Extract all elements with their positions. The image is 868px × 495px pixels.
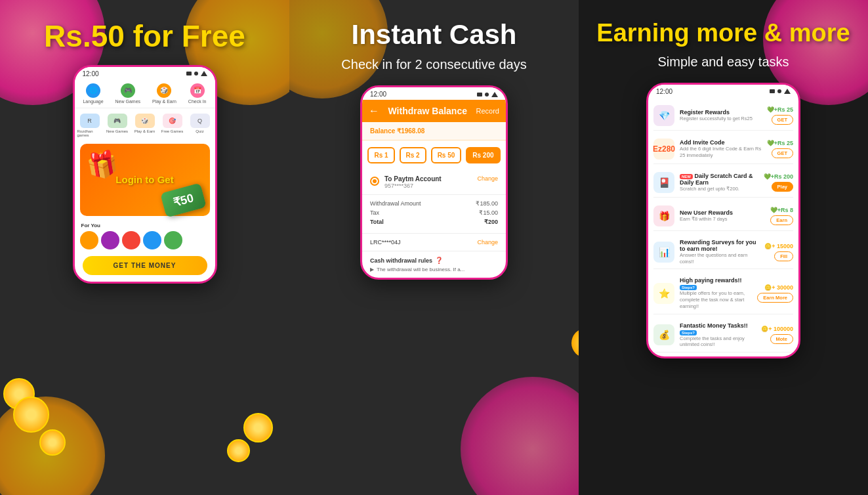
cat-freegames-icon: 🎯 (163, 114, 182, 128)
avatar-5 (164, 231, 182, 249)
user-avatars-row (75, 231, 215, 253)
reward-title: Register Rewards (680, 109, 762, 116)
list-item: ⭐ High paying rewards!! Steps? Multiple … (653, 273, 793, 314)
panel-2: Instant Cash Check in for 2 consecutive … (289, 0, 579, 495)
phone-1-topbar: 🌐 Language 🎮 New Games 🎲 Play & Earn 📅 C… (75, 79, 215, 108)
topbar-icon-playearn[interactable]: 🎲 Play & Earn (152, 83, 176, 104)
signal-icon-2 (477, 93, 482, 97)
new-badge: NEW (680, 174, 693, 179)
panel-1: Rs.50 for Free 12:00 🌐 Language 🎮 (0, 0, 289, 495)
reward-info-fantastic: Fantastic Money Tasks!! Steps? Complete … (680, 322, 756, 349)
avatar-1 (80, 231, 98, 249)
paytm-radio[interactable] (370, 177, 379, 186)
reward-info-invite: Add Invite Code Add the 6 digit Invite C… (680, 139, 762, 159)
reward-desc: Complete the tasks and enjoy unlimited c… (680, 335, 756, 349)
reward-amount: 🪙+ 30000 (764, 284, 793, 291)
reward-desc: Scratch and get upto ₹200. (680, 186, 758, 192)
help-icon: ❓ (435, 257, 443, 264)
reward-btn-earnmore[interactable]: Earn More (757, 293, 793, 303)
cat-playearn-icon: 🎲 (135, 114, 155, 128)
status-icons (186, 71, 207, 76)
coin-decoration-5 (227, 439, 250, 462)
reward-icon-scratch: 🎴 (653, 172, 674, 193)
panel-3-subtitle: Simple and easy tasks (596, 53, 850, 71)
cash-rules-title: Cash withdrawal rules ❓ (370, 257, 498, 264)
list-item: 💎 Register Rewards Register successfully… (653, 101, 793, 131)
battery-icon-3 (784, 89, 791, 94)
cat-quiz[interactable]: Q Quiz (188, 114, 213, 137)
back-button[interactable]: ← (369, 105, 379, 117)
topbar-icon-newgames[interactable]: 🎮 New Games (115, 83, 141, 104)
reward-right-scratch: 💚+Rs 200 Play (764, 173, 793, 192)
paytm-info: To Paytm Account 957****367 (384, 175, 472, 189)
paytm-title: To Paytm Account (384, 175, 472, 183)
reward-btn-get-1[interactable]: GET (772, 115, 793, 125)
phone-3-status-bar: 12:00 (648, 85, 798, 97)
cat-newgames[interactable]: 🎮 New Games (105, 114, 130, 137)
reward-btn-get-2[interactable]: GET (772, 148, 793, 158)
reward-amount: 🪙+ 15000 (764, 243, 793, 249)
reward-right-surveys: 🪙+ 15000 Fill (764, 243, 793, 261)
battery-icon (201, 71, 207, 76)
status-time-2: 12:00 (370, 91, 386, 98)
checkin-icon: 📅 (190, 83, 205, 98)
reward-right-invite: 💚+Rs 25 GET (767, 140, 793, 158)
reward-btn-fill[interactable]: Fill (774, 251, 793, 261)
reward-icon-highpay: ⭐ (653, 283, 674, 304)
topbar-icon-language[interactable]: 🌐 Language (83, 83, 103, 104)
phone-1-status-bar: 12:00 (75, 67, 215, 79)
tax-row: Tax ₹15.00 (370, 209, 498, 216)
panel-1-title: Rs.50 for Free (44, 20, 245, 53)
tax-value: ₹15.00 (479, 209, 498, 216)
reward-info-newuser: New User Rewards Earn ₹8 within 7 days (680, 209, 765, 223)
phone-1-wrap: 12:00 🌐 Language 🎮 New Games 🎲 (73, 65, 217, 284)
reward-title: High paying rewards!! Steps? (680, 277, 752, 290)
cat-newgames-icon: 🎮 (108, 114, 127, 128)
coin-p2-2 (571, 328, 579, 358)
list-item: 🎁 New User Rewards Earn ₹8 within 7 days… (653, 202, 793, 231)
bullet-icon: ▶ (370, 267, 374, 272)
blob-p2-br (461, 377, 579, 495)
get-money-button[interactable]: GET THE MONEY (83, 256, 207, 275)
reward-info-highpay: High paying rewards!! Steps? Multiple of… (680, 277, 752, 309)
steps-badge-2: Steps? (680, 330, 697, 335)
reward-amount: 💚+Rs 25 (767, 140, 793, 146)
wifi-icon (194, 72, 198, 75)
header-record[interactable]: Record (476, 107, 499, 115)
cat-freegames[interactable]: 🎯 Free Games (160, 114, 185, 137)
cat-quiz-icon: Q (190, 114, 210, 128)
amount-btn-2[interactable]: Rs 2 (400, 147, 426, 163)
reward-btn-play[interactable]: Play (772, 182, 793, 192)
phone-2-wrap: 12:00 ← Withdraw Balance Record Balance … (360, 85, 508, 280)
reward-title: New User Rewards (680, 209, 765, 216)
amount-btn-50[interactable]: Rs 50 (431, 147, 462, 163)
total-label: Total (370, 219, 384, 225)
cat-rozdhan[interactable]: R Rozdhan games (77, 114, 102, 137)
steps-badge: Steps? (680, 285, 697, 290)
lrc-code: LRC****04J (370, 239, 401, 246)
rewards-list: 💎 Register Rewards Register successfully… (648, 97, 798, 356)
reward-btn-earn-1[interactable]: Earn (770, 215, 793, 225)
amount-btn-1[interactable]: Rs 1 (367, 147, 394, 163)
lrc-change-link[interactable]: Change (477, 239, 498, 246)
amount-btn-200[interactable]: Rs 200 (466, 147, 500, 163)
wifi-icon-3 (777, 89, 781, 93)
avatar-3 (122, 231, 140, 249)
panel-2-heading: Instant Cash Check in for 2 consecutive … (331, 20, 536, 74)
cat-playearn[interactable]: 🎲 Play & Earn (133, 114, 157, 137)
reward-btn-mote[interactable]: Mote (770, 334, 794, 344)
reward-info-scratch: NEW Daily Scratch Card & Daily Earn Scra… (680, 173, 758, 192)
reward-desc: Earn ₹8 within 7 days (680, 216, 765, 223)
paytm-change-link[interactable]: Change (477, 175, 498, 182)
rs50-text: ₹50 (161, 183, 207, 217)
reward-desc: Multiple offers for you to earn, complet… (680, 290, 752, 309)
login-banner: 🎁 Login to Get ₹50 (80, 144, 210, 216)
topbar-icon-checkin[interactable]: 📅 Check In (188, 83, 207, 104)
rs50-note: ₹50 (163, 188, 204, 213)
cat-rozdhan-icon: R (80, 114, 100, 128)
reward-amount: 💚+Rs 200 (764, 173, 793, 180)
reward-icon-invite: Ez280 (653, 139, 674, 160)
balance-display: Balance ₹1968.08 (362, 122, 506, 140)
avatar-4 (143, 231, 161, 249)
panel-3: Earning more & more Simple and easy task… (579, 0, 868, 495)
